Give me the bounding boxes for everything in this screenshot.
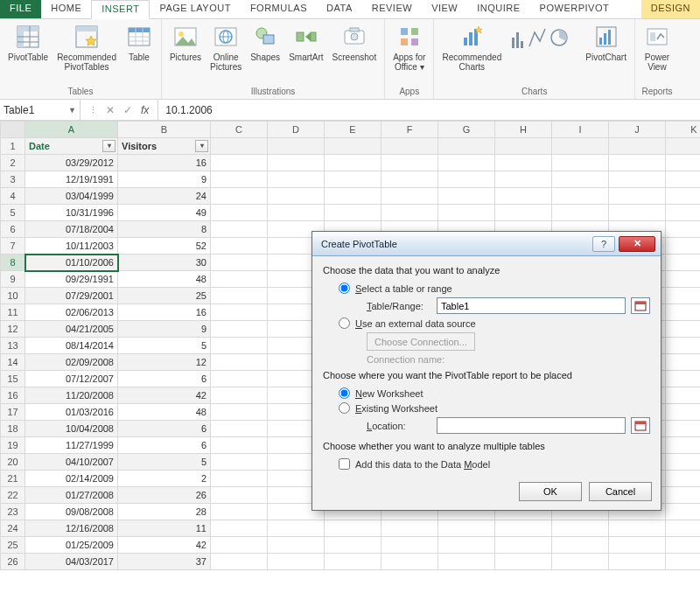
fx-icon[interactable]: fx bbox=[141, 104, 149, 116]
cell[interactable] bbox=[325, 171, 382, 188]
row-header[interactable]: 6 bbox=[1, 221, 25, 238]
cell[interactable] bbox=[268, 554, 325, 570]
cell[interactable] bbox=[325, 554, 382, 570]
row-header[interactable]: 19 bbox=[1, 437, 25, 454]
cell[interactable] bbox=[666, 371, 701, 387]
cell[interactable] bbox=[382, 155, 438, 171]
cell[interactable] bbox=[211, 537, 268, 554]
cell-date[interactable]: 10/04/2008 bbox=[25, 421, 118, 437]
cell-visitors[interactable]: 24 bbox=[118, 188, 211, 205]
cell-date[interactable]: 10/11/2003 bbox=[25, 238, 118, 255]
col-header[interactable]: D bbox=[268, 122, 325, 138]
dialog-titlebar[interactable]: Create PivotTable ? ✕ bbox=[312, 232, 661, 256]
cell[interactable] bbox=[666, 188, 701, 205]
row-header[interactable]: 3 bbox=[1, 171, 25, 188]
cell-visitors[interactable]: 49 bbox=[118, 205, 211, 221]
cell[interactable] bbox=[666, 421, 701, 437]
row-header[interactable]: 2 bbox=[1, 155, 25, 171]
cell-date[interactable]: 02/09/2008 bbox=[25, 354, 118, 371]
cell[interactable] bbox=[211, 238, 268, 255]
cell-date[interactable]: 01/25/2009 bbox=[25, 537, 118, 554]
cell-date[interactable]: 07/29/2001 bbox=[25, 288, 118, 304]
cell[interactable] bbox=[666, 487, 701, 504]
cell-date[interactable]: 04/21/2005 bbox=[25, 321, 118, 338]
cell[interactable] bbox=[609, 520, 666, 537]
col-header[interactable]: H bbox=[495, 122, 552, 138]
cell-visitors[interactable]: 6 bbox=[118, 437, 211, 454]
cell[interactable] bbox=[666, 471, 701, 487]
col-header[interactable]: G bbox=[438, 122, 495, 138]
table-header-date[interactable]: Date▾ bbox=[25, 138, 118, 155]
cell[interactable] bbox=[211, 338, 268, 354]
cell[interactable] bbox=[438, 138, 495, 155]
cell[interactable] bbox=[268, 155, 325, 171]
cell-visitors[interactable]: 6 bbox=[118, 371, 211, 387]
cell-visitors[interactable]: 12 bbox=[118, 354, 211, 371]
row-header[interactable]: 10 bbox=[1, 288, 25, 304]
cell[interactable] bbox=[552, 188, 609, 205]
cell[interactable] bbox=[268, 520, 325, 537]
select-all-corner[interactable] bbox=[1, 122, 25, 138]
location-input[interactable] bbox=[437, 417, 626, 434]
cell-date[interactable]: 02/14/2009 bbox=[25, 471, 118, 487]
cell[interactable] bbox=[438, 520, 495, 537]
cell[interactable] bbox=[495, 171, 552, 188]
cell-date[interactable]: 01/10/2006 bbox=[25, 255, 118, 271]
cell[interactable] bbox=[666, 155, 701, 171]
col-header[interactable]: I bbox=[552, 122, 609, 138]
cell-visitors[interactable]: 5 bbox=[118, 454, 211, 471]
cell[interactable] bbox=[382, 554, 438, 570]
cell[interactable] bbox=[438, 171, 495, 188]
cell[interactable] bbox=[325, 155, 382, 171]
tab-data[interactable]: DATA bbox=[317, 0, 362, 18]
fn-dropdown-icon[interactable]: ⋮ bbox=[89, 106, 97, 115]
cell-visitors[interactable]: 8 bbox=[118, 221, 211, 238]
row-header[interactable]: 5 bbox=[1, 205, 25, 221]
cell-visitors[interactable]: 16 bbox=[118, 155, 211, 171]
cell[interactable] bbox=[552, 155, 609, 171]
cell[interactable] bbox=[438, 554, 495, 570]
cell[interactable] bbox=[666, 205, 701, 221]
cell-date[interactable]: 01/27/2008 bbox=[25, 487, 118, 504]
cell-visitors[interactable]: 48 bbox=[118, 271, 211, 288]
cell-date[interactable]: 07/12/2007 bbox=[25, 371, 118, 387]
cell[interactable] bbox=[211, 288, 268, 304]
row-header[interactable]: 7 bbox=[1, 238, 25, 255]
cell[interactable] bbox=[666, 321, 701, 338]
col-header[interactable]: K bbox=[666, 122, 701, 138]
cell-date[interactable]: 10/31/1996 bbox=[25, 205, 118, 221]
cell[interactable] bbox=[552, 537, 609, 554]
cell[interactable] bbox=[268, 138, 325, 155]
tab-powerpivot[interactable]: POWERPIVOT bbox=[530, 0, 620, 18]
cell-date[interactable]: 01/03/2016 bbox=[25, 404, 118, 421]
col-header[interactable]: B bbox=[118, 122, 211, 138]
cell[interactable] bbox=[609, 171, 666, 188]
cell[interactable] bbox=[211, 155, 268, 171]
col-header[interactable]: A bbox=[25, 122, 118, 138]
cell[interactable] bbox=[211, 520, 268, 537]
cell[interactable] bbox=[495, 138, 552, 155]
shapes-button[interactable]: Shapes bbox=[248, 21, 283, 64]
cell-visitors[interactable]: 16 bbox=[118, 304, 211, 321]
formula-bar[interactable]: 10.1.2006 bbox=[158, 100, 700, 120]
cell[interactable] bbox=[211, 454, 268, 471]
cell-date[interactable]: 08/14/2014 bbox=[25, 338, 118, 354]
cell[interactable] bbox=[211, 255, 268, 271]
row-header[interactable]: 1 bbox=[1, 138, 25, 155]
cell[interactable] bbox=[495, 155, 552, 171]
recommended-pivottables-button[interactable]: Recommended PivotTables bbox=[54, 21, 119, 73]
cell-visitors[interactable]: 5 bbox=[118, 338, 211, 354]
cell-date[interactable]: 04/03/2017 bbox=[25, 554, 118, 570]
cell[interactable] bbox=[666, 437, 701, 454]
row-header[interactable]: 17 bbox=[1, 404, 25, 421]
cell[interactable] bbox=[211, 354, 268, 371]
table-range-input[interactable] bbox=[437, 297, 626, 314]
cell[interactable] bbox=[382, 138, 438, 155]
cell[interactable] bbox=[382, 520, 438, 537]
cell[interactable] bbox=[211, 188, 268, 205]
cell-date[interactable]: 09/08/2008 bbox=[25, 504, 118, 520]
cell[interactable] bbox=[268, 205, 325, 221]
pivottable-button[interactable]: PivotTable bbox=[5, 21, 51, 64]
tab-home[interactable]: HOME bbox=[41, 0, 91, 18]
cell-date[interactable]: 12/16/2008 bbox=[25, 520, 118, 537]
